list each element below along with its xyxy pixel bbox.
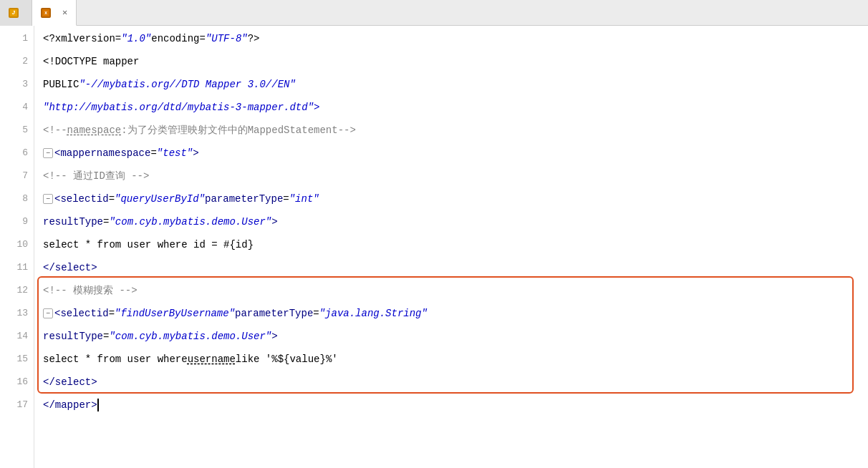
- token: "java.lang.String": [319, 308, 428, 319]
- line-number-8: 8: [22, 187, 28, 210]
- code-line-16: </select>: [43, 371, 868, 394]
- token: "http://mybatis.org/dtd/mybatis-3-mapper…: [43, 102, 319, 113]
- line-number-15: 15: [16, 348, 28, 371]
- token: =: [109, 193, 115, 205]
- code-line-7: <!-- 通过ID查询 -->: [43, 165, 868, 187]
- token: =: [150, 147, 156, 159]
- token: </select>: [43, 376, 97, 388]
- code-line-3: PUBLIC "-//mybatis.org//DTD Mapper 3.0//…: [43, 73, 868, 96]
- token: <!--: [43, 125, 67, 136]
- token: <!DOCTYPE mapper: [43, 56, 139, 67]
- token: =: [199, 33, 205, 44]
- code-line-11: </select>: [43, 256, 868, 279]
- tab-close-icon[interactable]: ✕: [62, 7, 67, 18]
- token: resultType: [43, 216, 103, 228]
- token: namespace: [67, 125, 122, 136]
- line-number-7: 7: [22, 165, 28, 187]
- token: select * from user where: [43, 354, 188, 365]
- token: namespace: [97, 147, 151, 159]
- token: "test": [157, 147, 193, 159]
- line-number-6: 6: [22, 142, 28, 165]
- code-area: 1234567891011121314151617 <?xml version=…: [0, 26, 868, 468]
- collapse-button[interactable]: −: [43, 194, 53, 204]
- token: "1.0": [121, 33, 151, 44]
- token: <?xml: [43, 33, 73, 44]
- code-line-9: resultType="com.cyb.mybatis.demo.User">: [43, 210, 868, 233]
- code-content[interactable]: <?xml version="1.0" encoding="UTF-8" ?><…: [34, 26, 868, 468]
- token: ?>: [248, 33, 260, 44]
- token: =: [109, 308, 115, 319]
- token: parameterType: [235, 308, 313, 319]
- line-number-3: 3: [22, 73, 28, 96]
- line-number-9: 9: [22, 210, 28, 233]
- line-number-14: 14: [16, 325, 28, 348]
- line-number-4: 4: [22, 96, 28, 119]
- code-line-8: − <select id="queryUserById" parameterTy…: [43, 187, 868, 210]
- line-numbers: 1234567891011121314151617: [0, 26, 34, 468]
- token: "int": [289, 193, 319, 205]
- token: </select>: [43, 262, 97, 273]
- token: "UTF-8": [206, 33, 248, 44]
- tab-bar: J x ✕: [0, 0, 868, 26]
- token: encoding: [151, 33, 199, 44]
- collapse-button[interactable]: −: [43, 148, 53, 158]
- code-line-17: </mapper>: [43, 394, 868, 416]
- xml-icon: x: [41, 8, 51, 18]
- token: "findUserByUsername": [115, 308, 235, 319]
- token: =: [283, 193, 289, 205]
- line-number-12: 12: [16, 279, 28, 302]
- token: "com.cyb.mybatis.demo.User": [109, 331, 271, 342]
- editor-container: J x ✕ 1234567891011121314151617 <?xml ve…: [0, 0, 868, 468]
- java-icon: J: [9, 8, 19, 18]
- text-cursor: [97, 399, 99, 411]
- token: like '%${value}%': [236, 354, 338, 365]
- token: >: [193, 147, 198, 159]
- token: id: [97, 193, 109, 205]
- line-number-5: 5: [22, 119, 28, 142]
- code-line-6: −<mapper namespace="test">: [43, 142, 868, 165]
- token: select * from user where id = #{id}: [43, 239, 254, 250]
- token: <mapper: [54, 147, 97, 159]
- line-number-11: 11: [16, 256, 28, 279]
- collapse-button[interactable]: −: [43, 308, 53, 318]
- line-number-16: 16: [16, 371, 28, 394]
- token: version: [73, 33, 115, 44]
- token: id: [97, 308, 109, 319]
- code-line-12: <!-- 模糊搜索 -->: [43, 279, 868, 302]
- token: "queryUserById": [115, 193, 205, 205]
- code-line-14: resultType="com.cyb.mybatis.demo.User">: [43, 325, 868, 348]
- token: =: [103, 331, 109, 342]
- token: username: [188, 354, 236, 365]
- token: </mapper>: [43, 399, 97, 411]
- token: "-//mybatis.org//DTD Mapper 3.0//EN": [79, 79, 295, 90]
- token: =: [313, 308, 319, 319]
- token: >: [271, 216, 277, 228]
- token: <!-- 通过ID查询 -->: [43, 170, 149, 182]
- token: <select: [54, 308, 97, 319]
- line-number-10: 10: [16, 233, 28, 256]
- code-line-13: − <select id="findUserByUsername" parame…: [43, 302, 868, 325]
- line-number-17: 17: [16, 394, 28, 416]
- code-line-15: select * from user where username like '…: [43, 348, 868, 371]
- token: =: [115, 33, 121, 44]
- code-line-5: <!-- namespace:为了分类管理映射文件中的MappedStateme…: [43, 119, 868, 142]
- code-line-4: "http://mybatis.org/dtd/mybatis-3-mapper…: [43, 96, 868, 119]
- token: :为了分类管理映射文件中的MappedStatement: [121, 124, 337, 137]
- token: PUBLIC: [43, 79, 79, 90]
- token: <!-- 模糊搜索 -->: [43, 284, 138, 297]
- code-line-1: <?xml version="1.0" encoding="UTF-8" ?>: [43, 27, 868, 50]
- code-line-2: <!DOCTYPE mapper: [43, 50, 868, 73]
- token: <select: [54, 193, 97, 205]
- token: resultType: [43, 331, 103, 342]
- token: =: [103, 216, 109, 228]
- tab-user-mapper[interactable]: x ✕: [32, 0, 77, 26]
- line-number-13: 13: [16, 302, 28, 325]
- code-line-10: select * from user where id = #{id}: [43, 233, 868, 256]
- line-number-1: 1: [22, 27, 28, 50]
- line-number-2: 2: [22, 50, 28, 73]
- tab-mybatis-demo[interactable]: J: [0, 0, 32, 26]
- token: -->: [338, 125, 356, 136]
- token: "com.cyb.mybatis.demo.User": [109, 216, 271, 228]
- token: parameterType: [205, 193, 283, 205]
- token: >: [271, 331, 277, 342]
